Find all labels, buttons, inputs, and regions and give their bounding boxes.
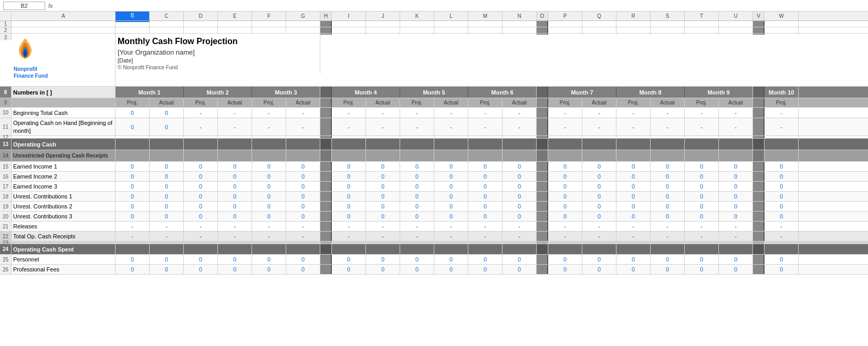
cell-2u[interactable] — [719, 27, 753, 33]
r18-t[interactable]: 0 — [685, 192, 719, 201]
r25-p[interactable]: 0 — [548, 255, 582, 264]
r25-q[interactable]: 0 — [582, 255, 616, 264]
r22-j[interactable]: - — [366, 232, 400, 241]
cell-12m[interactable] — [468, 136, 503, 138]
r21-b[interactable]: - — [116, 222, 150, 231]
r21-q[interactable]: - — [582, 222, 616, 231]
col-header-b[interactable]: B — [116, 12, 150, 20]
col-header-h[interactable]: H — [320, 12, 332, 20]
r20-u[interactable]: 0 — [719, 212, 753, 221]
cell-3k[interactable] — [400, 34, 434, 35]
r18-u[interactable]: 0 — [719, 192, 753, 201]
col-header-v[interactable]: V — [753, 12, 765, 20]
r18-l[interactable]: 0 — [434, 192, 468, 201]
cell-2j[interactable] — [366, 27, 400, 33]
cell-2f[interactable] — [252, 27, 286, 33]
r26-c[interactable]: 0 — [150, 265, 184, 274]
r15-u[interactable]: 0 — [719, 162, 753, 171]
r17-r[interactable]: 0 — [616, 182, 651, 191]
r16-j[interactable]: 0 — [366, 172, 400, 181]
r11-b[interactable]: 0 — [116, 118, 150, 135]
r16-g[interactable]: 0 — [286, 172, 320, 181]
r10-k[interactable]: - — [400, 108, 434, 118]
cell-1f[interactable] — [252, 21, 286, 27]
cell-2t[interactable] — [685, 27, 719, 33]
r19-n[interactable]: 0 — [503, 202, 537, 211]
r20-e[interactable]: 0 — [218, 212, 252, 221]
r17-b[interactable]: 0 — [116, 182, 150, 191]
cell-1t[interactable] — [685, 21, 719, 27]
r21-d[interactable]: - — [184, 222, 218, 231]
r19-d[interactable]: 0 — [184, 202, 218, 211]
r26-j[interactable]: 0 — [366, 265, 400, 274]
r11-p[interactable]: - — [548, 118, 582, 135]
r20-m[interactable]: 0 — [468, 212, 503, 221]
cell-2l[interactable] — [434, 27, 468, 33]
r19-i[interactable]: 0 — [332, 202, 366, 211]
r10-m[interactable]: - — [468, 108, 503, 118]
cell-1p[interactable] — [548, 21, 582, 27]
col-header-c[interactable]: C — [150, 12, 184, 20]
r17-k[interactable]: 0 — [400, 182, 434, 191]
r17-m[interactable]: 0 — [468, 182, 503, 191]
r18-r[interactable]: 0 — [616, 192, 651, 201]
r25-i[interactable]: 0 — [332, 255, 366, 264]
r19-c[interactable]: 0 — [150, 202, 184, 211]
col-header-n[interactable]: N — [503, 12, 537, 20]
r18-n[interactable]: 0 — [503, 192, 537, 201]
r15-l[interactable]: 0 — [434, 162, 468, 171]
r17-e[interactable]: 0 — [218, 182, 252, 191]
r25-b[interactable]: 0 — [116, 255, 150, 264]
cell-1u[interactable] — [719, 21, 753, 27]
r17-f[interactable]: 0 — [252, 182, 286, 191]
r25-e[interactable]: 0 — [218, 255, 252, 264]
cell-2n[interactable] — [503, 27, 537, 33]
r22-f[interactable]: - — [252, 232, 286, 241]
cell-12j[interactable] — [366, 136, 400, 138]
r19-l[interactable]: 0 — [434, 202, 468, 211]
r20-l[interactable]: 0 — [434, 212, 468, 221]
r10-e[interactable]: - — [218, 108, 252, 118]
col-header-g[interactable]: G — [286, 12, 320, 20]
r25-t[interactable]: 0 — [685, 255, 719, 264]
cell-3m[interactable] — [468, 34, 503, 35]
r10-q[interactable]: - — [582, 108, 616, 118]
r21-f[interactable]: - — [252, 222, 286, 231]
r16-m[interactable]: 0 — [468, 172, 503, 181]
r20-t[interactable]: 0 — [685, 212, 719, 221]
col-header-u[interactable]: U — [719, 12, 753, 20]
r21-r[interactable]: - — [616, 222, 651, 231]
r18-p[interactable]: 0 — [548, 192, 582, 201]
col-header-f[interactable]: F — [252, 12, 286, 20]
r26-m[interactable]: 0 — [468, 265, 503, 274]
r25-m[interactable]: 0 — [468, 255, 503, 264]
r25-f[interactable]: 0 — [252, 255, 286, 264]
r18-f[interactable]: 0 — [252, 192, 286, 201]
r18-j[interactable]: 0 — [366, 192, 400, 201]
r15-r[interactable]: 0 — [616, 162, 651, 171]
r15-e[interactable]: 0 — [218, 162, 252, 171]
col-header-d[interactable]: D — [184, 12, 218, 20]
r17-t[interactable]: 0 — [685, 182, 719, 191]
r20-c[interactable]: 0 — [150, 212, 184, 221]
cell-2p[interactable] — [548, 27, 582, 33]
r20-n[interactable]: 0 — [503, 212, 537, 221]
r11-w[interactable]: - — [765, 118, 799, 135]
r25-u[interactable]: 0 — [719, 255, 753, 264]
col-header-l[interactable]: L — [434, 12, 468, 20]
r17-s[interactable]: 0 — [651, 182, 685, 191]
r11-f[interactable]: - — [252, 118, 286, 135]
cell-1q[interactable] — [582, 21, 616, 27]
cell-1m[interactable] — [468, 21, 503, 27]
r15-i[interactable]: 0 — [332, 162, 366, 171]
r11-s[interactable]: - — [651, 118, 685, 135]
cell-1l[interactable] — [434, 21, 468, 27]
r20-s[interactable]: 0 — [651, 212, 685, 221]
r17-p[interactable]: 0 — [548, 182, 582, 191]
r11-c[interactable]: 0 — [150, 118, 184, 135]
r22-r[interactable]: - — [616, 232, 651, 241]
r16-t[interactable]: 0 — [685, 172, 719, 181]
cell-12q[interactable] — [582, 136, 616, 138]
r10-l[interactable]: - — [434, 108, 468, 118]
cell-1c[interactable] — [150, 21, 184, 27]
